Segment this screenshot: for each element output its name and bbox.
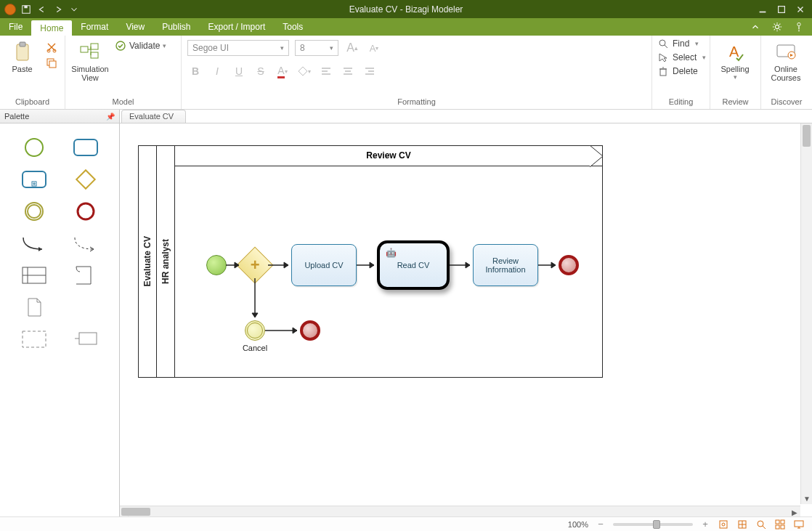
status-bar: 100% − + xyxy=(0,516,812,531)
horizontal-scrollbar[interactable]: ◀▶ xyxy=(120,506,800,517)
menu-format[interactable]: Format xyxy=(72,18,117,36)
svg-rect-32 xyxy=(79,333,97,344)
underline-icon[interactable]: U xyxy=(231,63,247,79)
zoom-in-icon[interactable]: + xyxy=(700,519,710,530)
menu-home[interactable]: Home xyxy=(31,20,72,36)
quickaccess-dropdown-icon[interactable] xyxy=(68,4,80,15)
zoom-100-icon[interactable] xyxy=(755,519,767,530)
fit-page-icon[interactable] xyxy=(718,519,729,530)
bpmn-task-read[interactable]: 🤖 Read CV xyxy=(377,240,450,290)
increase-font-icon[interactable]: A▴ xyxy=(344,40,360,56)
grid-icon[interactable] xyxy=(774,519,786,530)
bpmn-intermediate-event[interactable] xyxy=(245,320,265,341)
svg-rect-8 xyxy=(20,42,25,46)
palette-end-event[interactable] xyxy=(66,200,105,222)
palette-lane[interactable] xyxy=(66,264,105,286)
palette-start-event[interactable] xyxy=(15,137,53,158)
fill-color-icon[interactable]: ▾ xyxy=(296,63,312,79)
paste-button[interactable]: Paste xyxy=(6,38,38,73)
palette-subprocess[interactable] xyxy=(15,169,53,190)
copy-icon[interactable] xyxy=(44,57,59,69)
minimize-icon[interactable] xyxy=(757,4,768,15)
find-button[interactable]: Find▾ xyxy=(658,38,706,49)
help-icon[interactable] xyxy=(793,21,805,33)
fit-width-icon[interactable] xyxy=(736,519,748,530)
align-left-icon[interactable] xyxy=(318,63,334,79)
svg-point-17 xyxy=(659,40,665,46)
palette-association[interactable] xyxy=(66,232,105,254)
palette-gateway[interactable] xyxy=(66,169,105,190)
tab-strip: Evaluate CV xyxy=(120,110,812,123)
svg-rect-41 xyxy=(795,521,803,527)
palette-panel: Palette📌 xyxy=(0,110,120,517)
svg-point-22 xyxy=(25,139,43,156)
close-icon[interactable] xyxy=(795,4,806,15)
editing-caption: Editing xyxy=(658,97,704,108)
bpmn-pool[interactable]: Evaluate CV HR analyst Review CV + Uploa… xyxy=(138,145,603,378)
presentation-icon[interactable] xyxy=(793,519,805,530)
palette-annotation[interactable] xyxy=(66,328,105,350)
window-title: Evaluate CV - Bizagi Modeler xyxy=(349,4,463,15)
svg-rect-37 xyxy=(776,520,779,524)
menu-file[interactable]: File xyxy=(0,18,31,36)
zoom-out-icon[interactable]: − xyxy=(596,519,606,530)
bold-icon[interactable]: B xyxy=(187,63,203,79)
vertical-scrollbar[interactable]: ▲▼ xyxy=(800,123,812,504)
cut-icon[interactable] xyxy=(44,41,59,53)
svg-point-6 xyxy=(798,30,800,31)
font-size-select[interactable]: 8▾ xyxy=(295,40,338,56)
bpmn-end-event[interactable] xyxy=(559,255,579,275)
bot-task-icon: 🤖 xyxy=(386,248,397,258)
palette-intermediate-event[interactable] xyxy=(15,200,53,222)
svg-point-29 xyxy=(78,203,94,219)
menu-tools[interactable]: Tools xyxy=(274,18,312,36)
menu-view[interactable]: View xyxy=(117,18,153,36)
strike-icon[interactable]: S xyxy=(253,63,269,79)
spelling-button[interactable]: A Spelling▾ xyxy=(716,38,754,81)
decrease-font-icon[interactable]: A▾ xyxy=(366,40,382,56)
svg-rect-33 xyxy=(720,521,727,528)
settings-icon[interactable] xyxy=(771,21,783,33)
zoom-slider[interactable] xyxy=(613,523,693,526)
validate-button[interactable]: Validate ▾ xyxy=(115,38,166,52)
redo-icon[interactable] xyxy=(52,4,64,15)
italic-icon[interactable]: I xyxy=(209,63,225,79)
svg-rect-3 xyxy=(779,6,785,12)
palette-data-object[interactable] xyxy=(15,296,53,318)
collapse-ribbon-icon[interactable] xyxy=(750,21,761,33)
font-select[interactable]: Segoe UI▾ xyxy=(187,40,289,56)
svg-point-28 xyxy=(28,205,41,218)
bpmn-end-event-cancel[interactable] xyxy=(300,320,320,341)
font-color-icon[interactable]: A▾ xyxy=(275,63,291,79)
pin-icon[interactable]: 📌 xyxy=(106,113,115,121)
diagram-canvas[interactable]: Evaluate CV HR analyst Review CV + Uploa… xyxy=(120,123,812,517)
svg-rect-18 xyxy=(660,69,666,76)
undo-icon[interactable] xyxy=(36,4,48,15)
palette-empty1 xyxy=(66,296,105,318)
save-icon[interactable] xyxy=(20,4,32,15)
pool-label: Evaluate CV xyxy=(142,236,153,286)
bpmn-task-review[interactable]: Review Information xyxy=(473,244,538,286)
delete-button[interactable]: Delete xyxy=(658,66,706,76)
svg-rect-15 xyxy=(91,52,98,58)
online-courses-button[interactable]: Online Courses xyxy=(767,38,805,82)
model-caption: Model xyxy=(71,97,175,108)
menu-publish[interactable]: Publish xyxy=(153,18,199,36)
svg-rect-13 xyxy=(81,46,88,52)
diagram-tab[interactable]: Evaluate CV xyxy=(121,110,186,123)
palette-sequence-flow[interactable] xyxy=(15,232,53,254)
align-right-icon[interactable] xyxy=(362,63,378,79)
bpmn-task-upload[interactable]: Upload CV xyxy=(291,244,357,286)
svg-rect-31 xyxy=(23,331,46,347)
bpmn-start-event[interactable] xyxy=(206,255,227,275)
menu-export[interactable]: Export / Import xyxy=(200,18,275,36)
palette-group[interactable] xyxy=(15,328,53,350)
maximize-icon[interactable] xyxy=(776,4,787,15)
align-center-icon[interactable] xyxy=(340,63,356,79)
select-button[interactable]: Select▾ xyxy=(658,52,706,62)
simulation-view-button[interactable]: Simulation View xyxy=(71,38,109,82)
palette-task[interactable] xyxy=(66,137,105,158)
palette-title: Palette xyxy=(4,112,29,121)
formatting-caption: Formatting xyxy=(187,97,646,108)
palette-pool[interactable] xyxy=(15,264,53,286)
